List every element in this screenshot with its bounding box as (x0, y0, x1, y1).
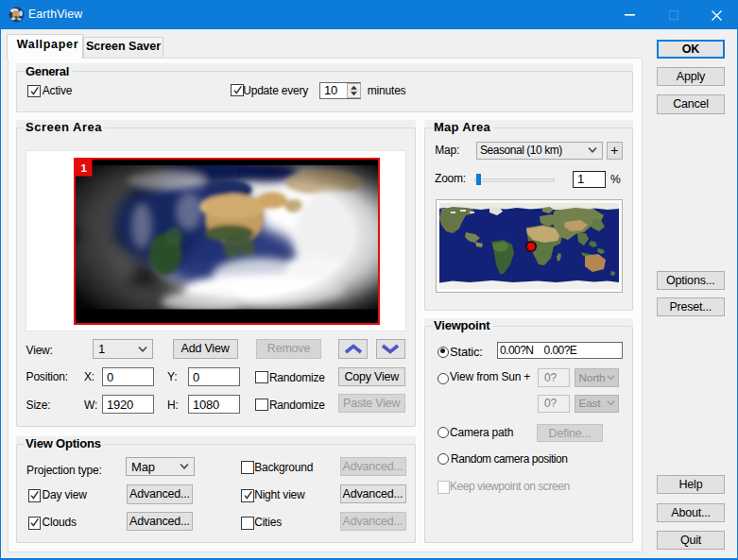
svg-text:1: 1 (80, 162, 87, 174)
